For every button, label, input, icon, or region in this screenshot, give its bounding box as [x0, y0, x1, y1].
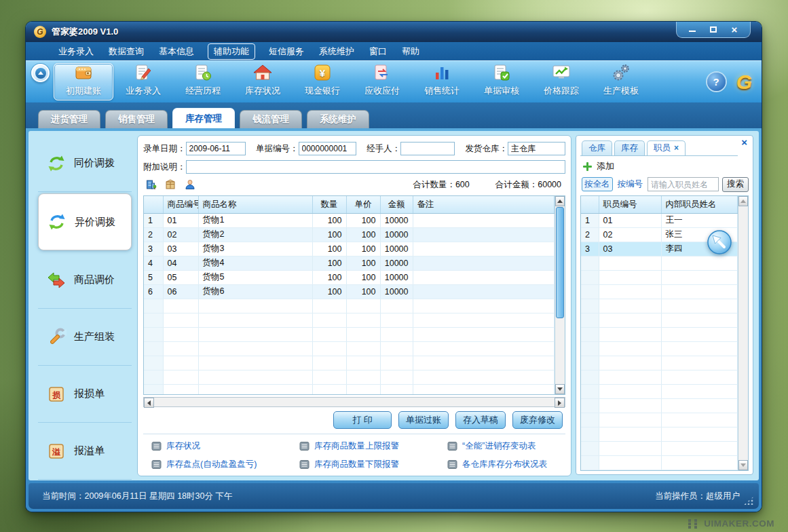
sidebar-item-diff-price-transfer[interactable]: 异价调拨	[38, 193, 132, 250]
stamp-loss-icon: 损	[46, 384, 67, 404]
maximize-button[interactable]	[705, 24, 722, 35]
tab-staff[interactable]: 职员 ×	[647, 140, 686, 155]
action-button-row: 打 印 单据过账 存入草稿 废弃修改	[143, 411, 565, 429]
link-inventory-status[interactable]: 库存状况	[151, 440, 299, 452]
tab-system-maintenance[interactable]: 系统维护	[307, 110, 369, 128]
item-row[interactable]: 202货物210010010000	[144, 227, 555, 242]
link-warehouse-distribution[interactable]: 各仓库库存分布状况表	[447, 459, 563, 470]
menu-item-business-entry[interactable]: 业务录入	[57, 44, 95, 59]
item-row[interactable]: 505货物510010010000	[144, 270, 555, 284]
item-row[interactable]: 404货物410010010000	[144, 256, 555, 270]
scroll-up-button[interactable]	[738, 196, 748, 206]
filter-by-code-toggle[interactable]: 按编号	[616, 178, 645, 191]
tab-inventory-management[interactable]: 库存管理	[172, 108, 235, 128]
scroll-down-button[interactable]	[738, 460, 748, 470]
toolbar-initial-setup[interactable]: 初期建账	[54, 63, 113, 100]
scroll-left-button[interactable]	[144, 398, 154, 408]
empty-row	[581, 398, 738, 413]
link-almighty-change-report[interactable]: “全能”进销存变动表	[447, 440, 563, 452]
staff-search-input[interactable]	[648, 177, 719, 191]
item-row[interactable]: 606货物610010010000	[144, 284, 555, 299]
person-icon[interactable]	[184, 178, 196, 191]
item-row[interactable]: 303货物310010010000	[144, 242, 555, 256]
resize-grip[interactable]	[744, 496, 754, 505]
sidebar-item-price-adjustment[interactable]: 商品调价	[38, 252, 132, 309]
toolbar-business-entry[interactable]: 业务录入	[113, 63, 173, 100]
menu-item-basic-info[interactable]: 基本信息	[157, 44, 195, 59]
empty-row	[581, 284, 738, 299]
main-panel: 录单日期： 单据编号： 经手人： 发货仓库：	[137, 135, 571, 476]
empty-row	[144, 370, 555, 384]
save-draft-button[interactable]: 存入草稿	[455, 411, 506, 429]
link-lower-limit-alarm[interactable]: 库存商品数量下限报警	[299, 459, 447, 470]
link-upper-limit-alarm[interactable]: 库存商品数量上限报警	[299, 440, 447, 452]
toolbar-sales-statistics[interactable]: 销售统计	[412, 63, 472, 100]
sidebar-item-same-price-transfer[interactable]: 同价调拨	[38, 135, 132, 192]
link-stocktake[interactable]: 库存盘点(自动盘盈盘亏)	[151, 459, 299, 470]
col-header-name: 商品名称	[198, 196, 312, 213]
toolbar-production-template[interactable]: 生产模板	[591, 63, 651, 100]
help-icon[interactable]: ?	[707, 73, 726, 91]
discard-changes-button[interactable]: 废弃修改	[512, 411, 563, 429]
toolbar-document-audit[interactable]: 单据审核	[472, 63, 531, 100]
empty-row	[581, 455, 738, 470]
note-input[interactable]	[186, 160, 566, 174]
doc-check-icon	[491, 62, 512, 83]
quick-icon-bar: 合计数量：600 合计金额：60000	[143, 175, 565, 194]
close-button[interactable]: ×	[726, 24, 743, 35]
status-bar: 当前时间：2009年06月11日 星期四 18时30分 下午 当前操作员：超级用…	[29, 483, 759, 509]
scroll-right-button[interactable]	[555, 398, 565, 408]
doc-no-input[interactable]	[299, 142, 356, 155]
scrollbar-track[interactable]	[154, 398, 555, 406]
scrollbar-thumb[interactable]	[556, 207, 564, 318]
report-icon	[299, 441, 309, 451]
tab-sales-management[interactable]: 销售管理	[105, 110, 168, 128]
collapse-toolbar-button[interactable]	[31, 64, 50, 82]
bar-chart-icon	[432, 62, 452, 83]
toolbar-inventory-status[interactable]: 库存状况	[233, 63, 293, 100]
post-document-button[interactable]: 单据过账	[398, 411, 449, 429]
sidebar-item-loss-report[interactable]: 损 报损单	[38, 366, 132, 423]
warehouse-label: 发货仓库：	[466, 143, 508, 155]
menu-item-window[interactable]: 窗口	[368, 44, 388, 59]
app-logo-icon: G	[34, 26, 46, 38]
handler-input[interactable]	[400, 142, 455, 155]
items-horizontal-scrollbar	[143, 397, 565, 407]
sidebar-item-production-assembly[interactable]: 生产组装	[38, 309, 132, 366]
menu-item-aux-functions[interactable]: 辅助功能	[208, 43, 255, 60]
add-row: 添加	[580, 156, 749, 174]
date-input[interactable]	[186, 142, 246, 155]
package-icon[interactable]	[164, 178, 176, 191]
sidebar-item-label: 报损单	[74, 387, 105, 400]
stamp-char: 损	[52, 390, 61, 400]
toolbar-price-tracking[interactable]: 价格跟踪	[531, 63, 591, 100]
menu-item-help[interactable]: 帮助	[400, 44, 421, 59]
scroll-up-button[interactable]	[555, 196, 565, 206]
building-icon[interactable]	[145, 178, 157, 191]
warehouse-input[interactable]	[508, 142, 565, 155]
menu-item-data-query[interactable]: 数据查询	[107, 44, 145, 59]
tab-inventory[interactable]: 库存	[614, 140, 645, 155]
scroll-down-button[interactable]	[555, 384, 565, 394]
toolbar-business-history[interactable]: 经营历程	[173, 63, 233, 100]
search-button[interactable]: 搜索	[722, 177, 749, 192]
price-track-icon	[551, 62, 571, 83]
staff-row[interactable]: 101王一	[581, 213, 738, 227]
filter-by-name-toggle[interactable]: 按全名	[582, 177, 613, 191]
tab-close-icon[interactable]: ×	[674, 144, 679, 152]
menu-item-system-maintenance[interactable]: 系统维护	[318, 44, 356, 59]
add-button[interactable]: 添加	[597, 160, 614, 172]
menu-bar: 业务录入 数据查询 基本信息 辅助功能 短信服务 系统维护 窗口 帮助	[26, 42, 762, 60]
item-row[interactable]: 101货物110010010000	[144, 213, 555, 227]
sidebar-item-overflow-report[interactable]: 溢 报溢单	[38, 423, 132, 480]
tab-purchase-management[interactable]: 进货管理	[38, 110, 100, 128]
tab-warehouse[interactable]: 仓库	[582, 140, 612, 155]
toolbar-cash-bank[interactable]: ¥ 现金银行	[293, 63, 352, 100]
totals: 合计数量：600 合计金额：60000	[413, 179, 565, 191]
toolbar-receivable-payable[interactable]: 应收应付	[352, 63, 412, 100]
panel-close-icon[interactable]: ×	[741, 137, 747, 147]
tab-cashflow-management[interactable]: 钱流管理	[240, 110, 302, 128]
menu-item-sms-service[interactable]: 短信服务	[267, 44, 305, 59]
minimize-button[interactable]	[683, 24, 701, 35]
print-button[interactable]: 打 印	[333, 411, 392, 429]
